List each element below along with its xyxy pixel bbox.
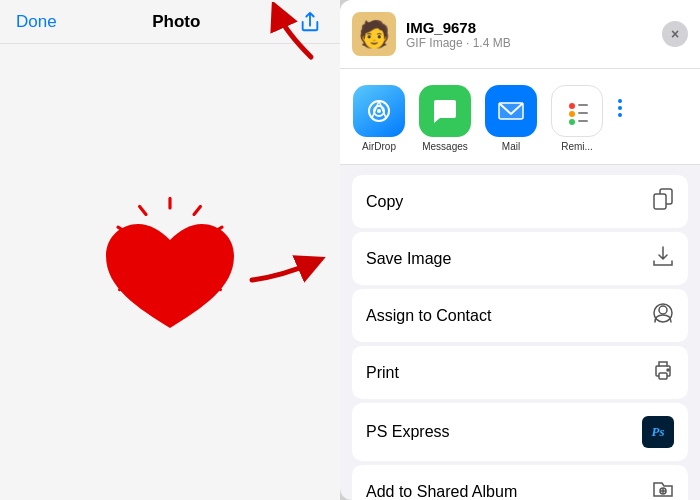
action-assign-contact[interactable]: Assign to Contact	[352, 289, 688, 342]
svg-point-13	[377, 109, 381, 113]
share-sheet: 🧑 IMG_9678 GIF Image · 1.4 MB × AirDrop	[340, 0, 700, 500]
file-thumbnail: 🧑	[352, 12, 396, 56]
print-label: Print	[366, 364, 399, 382]
assign-contact-icon	[652, 302, 674, 329]
mail-icon	[485, 85, 537, 137]
action-list: Copy Save Image Assign to Contact	[340, 165, 700, 500]
share-close-button[interactable]: ×	[662, 21, 688, 47]
reminders-label: Remi...	[561, 141, 593, 152]
done-button[interactable]: Done	[16, 12, 57, 32]
print-icon	[652, 359, 674, 386]
apps-row: AirDrop Messages Mail	[340, 69, 700, 165]
action-print[interactable]: Print	[352, 346, 688, 399]
svg-point-26	[659, 306, 667, 314]
svg-rect-22	[578, 112, 588, 114]
svg-rect-23	[578, 120, 588, 122]
file-name: IMG_9678	[406, 19, 511, 36]
share-button[interactable]	[296, 8, 324, 36]
nav-title: Photo	[152, 12, 200, 32]
airdrop-label: AirDrop	[362, 141, 396, 152]
copy-icon	[652, 188, 674, 215]
mail-label: Mail	[502, 141, 520, 152]
copy-label: Copy	[366, 193, 403, 211]
file-info: 🧑 IMG_9678 GIF Image · 1.4 MB	[352, 12, 511, 56]
heart-image	[90, 192, 250, 352]
svg-point-18	[569, 103, 575, 109]
svg-line-2	[194, 206, 200, 214]
app-messages[interactable]: Messages	[416, 85, 474, 152]
ps-express-label: PS Express	[366, 423, 450, 441]
add-shared-album-label: Add to Shared Album	[366, 483, 517, 501]
dot-2	[618, 106, 622, 110]
messages-icon	[419, 85, 471, 137]
nav-bar: Done Photo	[0, 0, 340, 44]
dot-1	[618, 99, 622, 103]
save-image-label: Save Image	[366, 250, 451, 268]
messages-label: Messages	[422, 141, 468, 152]
airdrop-icon	[353, 85, 405, 137]
app-airdrop[interactable]: AirDrop	[350, 85, 408, 152]
svg-rect-25	[654, 194, 666, 209]
action-add-shared-album[interactable]: Add to Shared Album	[352, 465, 688, 500]
add-shared-album-icon	[652, 478, 674, 500]
svg-point-30	[667, 369, 669, 371]
photo-viewer: Done Photo	[0, 0, 340, 500]
app-reminders[interactable]: Remi...	[548, 85, 606, 152]
save-image-icon	[652, 245, 674, 272]
svg-point-20	[569, 119, 575, 125]
more-dots	[614, 85, 622, 117]
action-copy[interactable]: Copy	[352, 175, 688, 228]
action-save-image[interactable]: Save Image	[352, 232, 688, 285]
share-header: 🧑 IMG_9678 GIF Image · 1.4 MB ×	[340, 0, 700, 69]
app-mail[interactable]: Mail	[482, 85, 540, 152]
dot-3	[618, 113, 622, 117]
ps-express-icon: Ps	[642, 416, 674, 448]
file-meta: GIF Image · 1.4 MB	[406, 36, 511, 50]
action-ps-express[interactable]: PS Express Ps	[352, 403, 688, 461]
svg-rect-29	[659, 373, 667, 379]
svg-line-6	[140, 206, 146, 214]
svg-rect-21	[578, 104, 588, 106]
reminders-icon	[551, 85, 603, 137]
svg-point-19	[569, 111, 575, 117]
file-details: IMG_9678 GIF Image · 1.4 MB	[406, 19, 511, 50]
assign-contact-label: Assign to Contact	[366, 307, 491, 325]
photo-content	[0, 44, 340, 500]
